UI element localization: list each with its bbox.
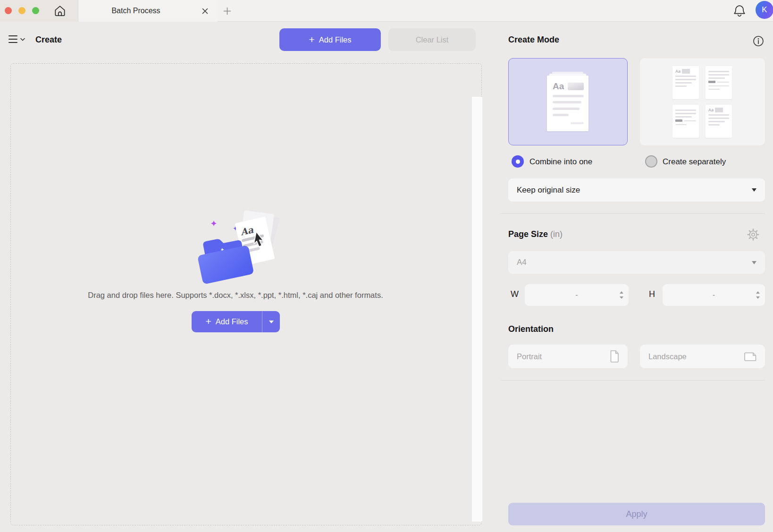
plus-icon: [223, 7, 231, 15]
caret-down-icon: [752, 188, 756, 192]
menu-button[interactable]: [8, 34, 25, 46]
add-files-label: Add Files: [216, 317, 248, 326]
close-tab-button[interactable]: [199, 5, 211, 17]
new-tab-button[interactable]: [221, 5, 233, 17]
page-size-unit: (in): [550, 229, 563, 239]
tab-title: Batch Process: [79, 0, 193, 22]
landscape-label: Landscape: [648, 352, 687, 361]
landscape-button[interactable]: Landscape: [640, 345, 765, 368]
avatar[interactable]: K: [756, 1, 773, 19]
landscape-page-icon: [743, 351, 757, 362]
radio-create-separately[interactable]: [645, 155, 657, 168]
portrait-page-icon: [609, 349, 620, 363]
width-spin-buttons[interactable]: [620, 284, 623, 306]
page-title: Create: [35, 35, 62, 45]
spin-up-icon: [620, 291, 623, 294]
minimize-window-button[interactable]: [18, 7, 25, 14]
mode-card-combine[interactable]: Aa: [508, 58, 628, 145]
tab-batch-process[interactable]: Batch Process: [79, 0, 218, 22]
chevron-down-icon: [20, 37, 25, 42]
height-label: H: [649, 289, 655, 299]
portrait-label: Portrait: [517, 352, 542, 361]
sparkle-icon: [211, 220, 217, 226]
plus-icon: +: [309, 34, 314, 44]
page-size-heading: Page Size (in): [508, 229, 563, 239]
drop-hint-text: Drag and drop files here. Supports *.doc…: [11, 291, 460, 300]
gear-icon: [747, 228, 760, 241]
page-size-settings-button[interactable]: [747, 228, 760, 241]
avatar-initial: K: [762, 5, 767, 15]
plus-icon: +: [205, 316, 211, 326]
apply-button[interactable]: Apply: [508, 503, 765, 525]
spin-down-icon: [620, 296, 623, 299]
width-label: W: [511, 289, 519, 299]
add-files-dropdown-button[interactable]: [262, 311, 280, 332]
add-files-button[interactable]: + Add Files: [279, 28, 381, 51]
height-value: -: [713, 291, 715, 299]
close-icon: [202, 8, 208, 14]
caret-down-icon: [752, 261, 756, 264]
combine-label: Combine into one: [529, 157, 592, 167]
notifications-button[interactable]: [732, 3, 747, 18]
portrait-button[interactable]: Portrait: [508, 345, 628, 368]
height-spin-buttons[interactable]: [756, 284, 760, 306]
titlebar-left-segment: [0, 0, 78, 22]
panel-title: Create Mode: [508, 35, 559, 45]
home-button[interactable]: [53, 4, 67, 18]
drop-files-illustration: Aa: [194, 203, 288, 285]
clear-list-label: Clear List: [416, 35, 449, 44]
close-window-button[interactable]: [5, 7, 12, 14]
add-files-split-button: + Add Files: [192, 311, 280, 332]
radio-combine-into-one[interactable]: [512, 155, 524, 168]
hamburger-icon: [8, 35, 17, 45]
separate-label: Create separately: [663, 157, 726, 167]
size-mode-select[interactable]: Keep original size: [508, 178, 765, 202]
caret-down-icon: [269, 321, 274, 323]
mode-card-separate[interactable]: Aa Aa: [640, 58, 765, 145]
info-icon: [752, 35, 765, 47]
add-files-label: Add Files: [319, 35, 352, 44]
combined-document-preview: Aa: [547, 76, 588, 131]
spin-up-icon: [756, 291, 760, 294]
clear-list-button[interactable]: Clear List: [388, 28, 476, 51]
add-files-button[interactable]: + Add Files: [192, 311, 262, 332]
info-button[interactable]: [752, 35, 765, 47]
width-value: -: [575, 291, 578, 299]
height-stepper[interactable]: -: [663, 284, 765, 306]
bell-icon: [732, 3, 747, 18]
section-divider: [500, 380, 765, 380]
page-size-preset-select[interactable]: A4: [508, 251, 765, 274]
orientation-heading: Orientation: [508, 324, 554, 334]
file-drop-zone[interactable]: Aa Drag and drop files here. Supports *.…: [10, 63, 482, 525]
scrollbar[interactable]: [472, 97, 482, 522]
apply-label: Apply: [626, 509, 647, 519]
spin-down-icon: [756, 296, 760, 299]
size-mode-value: Keep original size: [517, 186, 580, 195]
section-divider: [500, 213, 765, 214]
zoom-window-button[interactable]: [32, 7, 39, 14]
home-icon: [53, 4, 67, 18]
page-size-preset-value: A4: [517, 258, 527, 267]
titlebar: Batch Process K: [0, 0, 773, 22]
width-stepper[interactable]: -: [525, 284, 629, 306]
separate-documents-preview: Aa Aa: [672, 66, 733, 138]
